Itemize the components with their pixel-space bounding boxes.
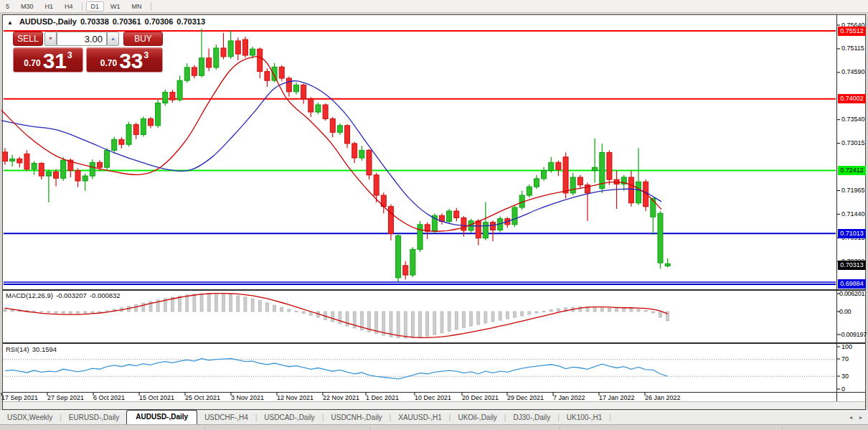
price-level-badge: 0.70313 xyxy=(838,261,866,270)
macd-axis-tick: 0.00 xyxy=(839,308,851,315)
rsi-indicator-label: RSI(14)30.1594 xyxy=(6,345,60,353)
tabs-scroll-left-icon[interactable]: ◂ xyxy=(849,414,852,421)
collapse-panel-icon[interactable]: ▲ xyxy=(7,19,13,26)
date-axis-label: 27 Sep 2021 xyxy=(47,394,84,401)
date-axis-label: 20 Dec 2021 xyxy=(462,394,499,401)
chart-tab-ukoil-daily[interactable]: UKOil-,Daily xyxy=(450,411,504,424)
date-axis-label: 6 Oct 2021 xyxy=(93,394,125,401)
date-axis-label: 1 Dec 2021 xyxy=(366,394,399,401)
chevron-up-icon: ▲ xyxy=(110,36,115,41)
rsi-title: RSI(14) xyxy=(6,345,29,353)
date-axis-label: 29 Dec 2021 xyxy=(507,394,544,401)
chart-tab-uk100-h1[interactable]: UK100-,H1 xyxy=(560,411,609,424)
date-axis-label: 25 Oct 2021 xyxy=(185,394,220,401)
date-axis-label: 12 Nov 2021 xyxy=(277,394,313,401)
date-axis-label: 17 Sep 2021 xyxy=(1,394,38,401)
chart-title: ▲AUDUSD-,Daily0.703380.703610.703060.703… xyxy=(7,17,209,26)
chart-tab-bar: USDX,Weekly|EURUSD-,DailyAUDUSD-,DailyUS… xyxy=(0,411,868,424)
price-axis-tick: 0.71440 xyxy=(841,210,865,218)
price-axis-tick: 0.75115 xyxy=(841,45,864,52)
rsi-axis-tick: 30 xyxy=(841,373,849,380)
macd-axis-tick: -0.009197 xyxy=(839,331,867,338)
chart-tab-eurusd-daily[interactable]: EURUSD-,Daily xyxy=(62,411,127,424)
buy-price-point: 3 xyxy=(144,50,149,60)
ohlc-low: 0.70306 xyxy=(145,17,174,26)
buy-button[interactable]: BUY xyxy=(123,32,163,46)
chart-tab-usdx-weekly[interactable]: USDX,Weekly xyxy=(0,411,60,424)
volume-decrease-button[interactable]: ▼ xyxy=(44,32,57,46)
date-axis-label: 26 Jan 2022 xyxy=(645,394,681,401)
chevron-down-icon: ▼ xyxy=(48,36,53,41)
statusbar-separator xyxy=(782,426,783,430)
rsi-panel-splitter[interactable] xyxy=(3,342,865,344)
price-axis-tick: 0.73015 xyxy=(841,139,865,146)
timeframe-toolbar: 5M30H1H4D1W1MN xyxy=(0,0,868,13)
date-axis-label: 7 Jan 2022 xyxy=(553,394,585,401)
chart-tab-audusd-daily[interactable]: AUDUSD-,Daily xyxy=(126,410,197,424)
ohlc-close: 0.70313 xyxy=(176,17,205,26)
macd-title: MACD(12,26,9) xyxy=(6,291,53,299)
price-axis-tick: 0.71965 xyxy=(841,187,865,194)
rsi-axis-tick: 100 xyxy=(841,343,852,350)
toolbar-separator xyxy=(82,2,82,11)
statusbar-separator xyxy=(369,426,370,430)
timeframe-button-5[interactable]: 5 xyxy=(1,1,14,11)
chart-tab-usdcad-daily[interactable]: USDCAD-,Daily xyxy=(257,411,322,424)
status-bar xyxy=(0,424,868,430)
chart-tab-usdcnh-daily[interactable]: USDCNH-,Daily xyxy=(324,411,389,424)
sell-price-point: 3 xyxy=(67,50,72,60)
price-level-badge: 0.74002 xyxy=(838,94,866,103)
volume-increase-button[interactable]: ▲ xyxy=(107,32,119,46)
price-level-badge: 0.72412 xyxy=(838,166,866,175)
ohlc-high: 0.70361 xyxy=(113,17,141,26)
statusbar-separator xyxy=(560,426,560,430)
price-axis-tick: 0.73540 xyxy=(841,116,865,123)
buy-price-prefix: 0.70 xyxy=(100,58,117,72)
timeframe-button-d1[interactable]: D1 xyxy=(86,1,105,11)
symbol-label: AUDUSD-,Daily xyxy=(19,17,77,26)
sell-price-prefix: 0.70 xyxy=(24,58,40,72)
rsi-axis-tick: 0 xyxy=(841,385,845,393)
timeframe-button-m30[interactable]: M30 xyxy=(16,1,39,11)
macd-panel-splitter[interactable] xyxy=(3,289,865,291)
date-axis-label: 22 Nov 2021 xyxy=(323,394,359,401)
timeframe-button-w1[interactable]: W1 xyxy=(105,1,126,11)
volume-input[interactable] xyxy=(57,32,107,46)
sell-price-pips: 31 xyxy=(43,50,67,72)
chart-horizontal-scrollbar[interactable] xyxy=(3,401,865,409)
macd-signal-value: -0.000832 xyxy=(90,291,121,299)
price-level-badge: 0.75512 xyxy=(838,27,866,36)
timeframe-button-h4[interactable]: H4 xyxy=(60,1,78,11)
statusbar-separator xyxy=(204,426,205,430)
timeframe-button-mn[interactable]: MN xyxy=(127,1,147,11)
sell-price-display[interactable]: 0.70 31 3 xyxy=(13,47,83,73)
price-axis-tick: 0.74590 xyxy=(841,68,865,75)
timeframe-button-h1[interactable]: H1 xyxy=(40,1,59,11)
date-axis-divider xyxy=(3,392,865,393)
tab-separator: | xyxy=(609,413,611,424)
date-axis-label: 3 Nov 2021 xyxy=(231,394,264,401)
ohlc-open: 0.70338 xyxy=(80,17,109,26)
chart-tab-dj30-daily[interactable]: DJ30-,Daily xyxy=(506,411,557,424)
price-level-badge: 0.69884 xyxy=(838,279,866,289)
sell-button[interactable]: SELL xyxy=(13,32,43,46)
macd-indicator-label: MACD(12,26,9)-0.003207-0.000832 xyxy=(6,291,123,299)
chart-tab-xauusd-h1[interactable]: XAUUSD-,H1 xyxy=(391,411,449,424)
macd-axis-tick: 0.006201 xyxy=(839,290,864,297)
buy-price-display[interactable]: 0.70 33 3 xyxy=(86,47,163,73)
toolbar-separator xyxy=(151,2,151,11)
chart-tab-usdchf-h4[interactable]: USDCHF-,H4 xyxy=(197,411,255,424)
date-axis-label: 10 Dec 2021 xyxy=(415,394,451,401)
tabs-scroll-right-icon[interactable]: ▸ xyxy=(859,414,862,421)
rsi-value: 30.1594 xyxy=(32,345,57,353)
date-axis-label: 17 Jan 2022 xyxy=(599,394,635,401)
rsi-axis-tick: 70 xyxy=(841,355,849,363)
date-axis-label: 15 Oct 2021 xyxy=(139,394,174,401)
price-level-badge: 0.71013 xyxy=(838,229,866,238)
macd-main-value: -0.003207 xyxy=(56,291,87,299)
buy-price-pips: 33 xyxy=(119,50,143,72)
